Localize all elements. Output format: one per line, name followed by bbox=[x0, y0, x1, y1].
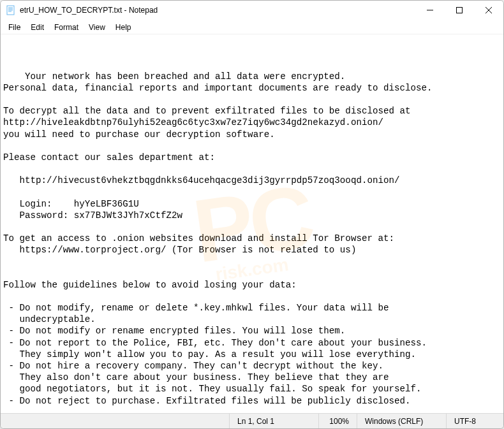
statusbar: Ln 1, Col 1 100% Windows (CRLF) UTF-8 bbox=[1, 413, 503, 428]
status-spacer bbox=[1, 414, 229, 428]
titlebar[interactable]: etrU_HOW_TO_DECRYPT.txt - Notepad bbox=[1, 1, 503, 21]
document-body: Your network has been breached and all d… bbox=[3, 71, 433, 406]
menu-view[interactable]: View bbox=[84, 22, 110, 33]
status-position: Ln 1, Col 1 bbox=[229, 414, 318, 428]
minimize-button[interactable] bbox=[415, 1, 445, 20]
menu-help[interactable]: Help bbox=[110, 22, 137, 33]
notepad-icon bbox=[6, 5, 16, 15]
maximize-button[interactable] bbox=[445, 1, 474, 20]
svg-rect-6 bbox=[457, 8, 463, 13]
text-area[interactable]: PC risk.com Your network has been breach… bbox=[1, 34, 503, 413]
notepad-window: etrU_HOW_TO_DECRYPT.txt - Notepad File E… bbox=[0, 0, 504, 429]
status-line-ending: Windows (CRLF) bbox=[357, 414, 446, 428]
window-title: etrU_HOW_TO_DECRYPT.txt - Notepad bbox=[20, 6, 158, 15]
menu-file[interactable]: File bbox=[3, 22, 26, 33]
close-button[interactable] bbox=[474, 1, 503, 20]
window-controls bbox=[415, 1, 503, 20]
menu-edit[interactable]: Edit bbox=[26, 22, 49, 33]
menu-format[interactable]: Format bbox=[49, 22, 84, 33]
status-encoding: UTF-8 bbox=[446, 414, 503, 428]
menubar: File Edit Format View Help bbox=[1, 21, 503, 35]
status-zoom: 100% bbox=[318, 414, 357, 428]
